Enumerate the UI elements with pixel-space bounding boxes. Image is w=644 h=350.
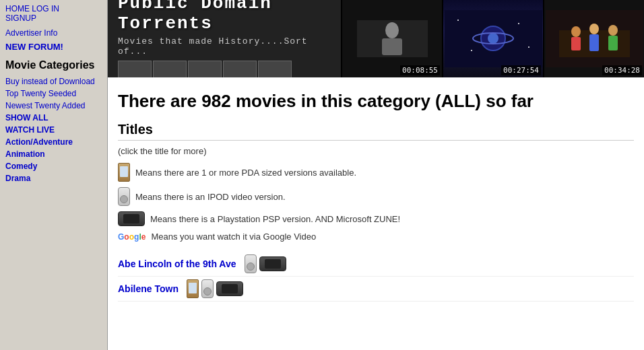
g-red: o — [124, 232, 129, 242]
ipod-icon-abilene-town — [201, 279, 214, 298]
movie-row-abe-lincoln: Abe Lincoln of the 9th Ave — [118, 252, 634, 277]
movie-categories-title: Movie Categories — [5, 59, 102, 73]
sidebar-item-watch-live[interactable]: WATCH LIVE — [5, 125, 102, 135]
psp-icon-legend — [118, 211, 145, 226]
home-link[interactable]: HOME — [5, 4, 30, 13]
svg-rect-19 — [608, 36, 618, 50]
legend-pda: Means there are 1 or more PDA sized vers… — [118, 163, 634, 182]
psp-icon-abe-lincoln — [259, 256, 286, 271]
advertiser-info: Advertiser Info — [5, 28, 102, 38]
g-red2: e — [141, 232, 146, 242]
ipod-device-icon — [118, 187, 130, 206]
g-blue: G — [118, 232, 124, 242]
forum-link[interactable]: NEW FORUM! — [5, 42, 63, 52]
legend-psp: Means there is a Playstation PSP version… — [118, 211, 634, 226]
movie-title-abilene-town[interactable]: Abilene Town — [118, 283, 179, 294]
svg-rect-3 — [382, 38, 402, 55]
movie-icons-abe-lincoln — [245, 254, 286, 273]
sidebar-item-comedy[interactable]: Comedy — [5, 162, 102, 171]
ipod-legend-text: Means there is an IPOD video version. — [135, 192, 286, 202]
site-subtitle: Movies that made History....Sort of... — [118, 36, 331, 57]
svg-point-11 — [528, 46, 529, 48]
thumb-img-3 — [544, 10, 644, 67]
svg-point-14 — [571, 26, 581, 37]
pda-legend-text: Means there are 1 or more PDA sized vers… — [135, 168, 356, 178]
g-yellow: o — [129, 232, 134, 242]
thumb-svg-3 — [546, 10, 643, 67]
filmstrip-2 — [153, 61, 187, 77]
filmstrip-5 — [258, 61, 292, 77]
thumb-svg-1 — [344, 10, 441, 67]
google-icon-legend: Google — [118, 232, 146, 242]
pda-device-icon — [118, 163, 130, 182]
thumb-img-1 — [342, 10, 442, 67]
sidebar-links: Buy instead of DownloadTop Twenty Seeded… — [5, 77, 102, 183]
psp-legend-text: Means there is a Playstation PSP version… — [150, 214, 400, 224]
time-badge-1: 00:08:55 — [400, 65, 440, 75]
header-left: Public Domain Torrents Movies that made … — [108, 0, 341, 77]
svg-point-6 — [488, 33, 498, 44]
psp-icon-abilene-town — [216, 281, 243, 296]
thumbnail-1: 00:08:55 — [341, 0, 442, 77]
movie-list: Abe Lincoln of the 9th AveAbilene Town — [118, 252, 634, 302]
filmstrip-3 — [188, 61, 222, 77]
filmstrip — [118, 61, 331, 77]
thumb-svg-2 — [445, 10, 542, 67]
legend-ipod: Means there is an IPOD video version. — [118, 187, 634, 206]
thumbnail-3: 00:34:28 — [543, 0, 644, 77]
pda-icon-abilene-town — [187, 279, 199, 298]
header-banner: Public Domain Torrents Movies that made … — [108, 0, 644, 77]
legend-google: Google Means you want watch it via Googl… — [118, 232, 634, 242]
movie-title-abe-lincoln[interactable]: Abe Lincoln of the 9th Ave — [118, 258, 236, 269]
svg-point-18 — [608, 25, 618, 36]
category-count: There are 982 movies in this category (A… — [118, 91, 634, 112]
svg-point-8 — [457, 20, 459, 21]
sidebar-item-buy-download[interactable]: Buy instead of Download — [5, 77, 102, 86]
sidebar-item-animation[interactable]: Animation — [5, 149, 102, 159]
main-content: Public Domain Torrents Movies that made … — [108, 0, 644, 350]
google-legend-text: Means you want watch it via Google Video — [151, 232, 316, 242]
movie-icons-abilene-town — [187, 279, 243, 298]
svg-point-10 — [471, 50, 472, 51]
g-blue2: g — [134, 232, 139, 242]
titles-section: Titles (click the title for more) Means … — [118, 122, 634, 302]
sidebar-item-show-all[interactable]: SHOW ALL — [5, 113, 102, 123]
movie-row-abilene-town: Abilene Town — [118, 277, 634, 302]
new-forum: NEW FORUM! — [5, 42, 102, 52]
svg-rect-17 — [589, 34, 599, 51]
psp-device-icon — [118, 211, 145, 226]
legend: Means there are 1 or more PDA sized vers… — [118, 163, 634, 242]
login-link[interactable]: LOG IN — [32, 4, 59, 13]
ipod-icon-abe-lincoln — [245, 254, 257, 273]
svg-rect-15 — [571, 37, 581, 50]
time-badge-2: 00:27:54 — [501, 65, 541, 75]
nav-top: HOME LOG IN SIGNUP — [5, 4, 102, 23]
filmstrip-4 — [223, 61, 257, 77]
sidebar: HOME LOG IN SIGNUP Advertiser Info NEW F… — [0, 0, 108, 350]
sidebar-item-newest-twenty-added[interactable]: Newest Twenty Added — [5, 101, 102, 110]
click-note: (click the title for more) — [118, 146, 634, 156]
signup-link[interactable]: SIGNUP — [5, 13, 36, 23]
site-title: Public Domain Torrents — [118, 0, 331, 34]
sidebar-item-top-twenty-seeded[interactable]: Top Twenty Seeded — [5, 89, 102, 98]
thumb-img-2 — [443, 10, 543, 67]
ipod-icon-legend — [118, 187, 130, 206]
svg-point-9 — [518, 23, 519, 24]
svg-point-2 — [385, 22, 399, 38]
advertiser-link[interactable]: Advertiser Info — [5, 28, 57, 38]
titles-heading: Titles — [118, 122, 634, 141]
pda-icon-legend — [118, 163, 130, 182]
content-area: There are 982 movies in this category (A… — [108, 77, 644, 308]
thumbnail-2: 00:27:54 — [442, 0, 543, 77]
time-badge-3: 00:34:28 — [602, 65, 642, 75]
svg-point-16 — [589, 24, 599, 34]
sidebar-item-action-adventure[interactable]: Action/Adventure — [5, 137, 102, 147]
filmstrip-1 — [118, 61, 152, 77]
sidebar-item-drama[interactable]: Drama — [5, 174, 102, 183]
